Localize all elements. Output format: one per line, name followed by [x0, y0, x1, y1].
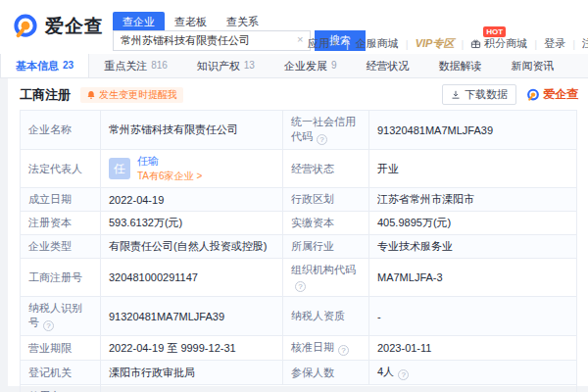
table-row: 纳税人识别号?91320481MA7MLJFA39纳税人资质- [21, 297, 577, 336]
help-icon[interactable]: ? [317, 134, 327, 145]
tab-企业发展[interactable]: 企业发展9 [270, 54, 352, 77]
field-value: 2022-04-19 [101, 188, 283, 212]
nav-separator: | [572, 38, 575, 50]
field-label: 经营状态 [283, 150, 369, 188]
nav-separator: | [534, 38, 537, 50]
field-value: 江苏省常州市溧阳市 [369, 188, 577, 212]
field-label: 企业名称 [21, 111, 101, 150]
table-row: 登记机关溧阳市行政审批局参保人数4人? [21, 361, 577, 385]
field-label: 登记机关 [21, 361, 101, 385]
search-tab-company[interactable]: 查企业 [113, 12, 165, 32]
avatar[interactable]: 任 [109, 158, 130, 179]
field-label: 核准日期? [283, 336, 369, 361]
aiqicha-logo-icon [12, 13, 39, 40]
field-label: 组织机构代码? [283, 259, 369, 297]
download-icon [451, 90, 461, 100]
main-content: 工商注册 发生变更时提醒我 下载数据 爱企查 企业名称常州苏镭科技 [8, 78, 588, 386]
field-value: 溧阳市行政审批局 [101, 361, 283, 385]
search-type-tabs: 查企业 查老板 查关系 [113, 12, 269, 32]
table-row: 曾用名- [21, 385, 577, 392]
tab-label: 知识产权 [197, 54, 240, 77]
help-icon[interactable]: ? [398, 369, 409, 380]
field-label: 企业类型 [21, 235, 101, 259]
nav-register[interactable]: 注册 [582, 36, 588, 51]
search-input[interactable] [113, 30, 311, 51]
aiqicha-logo-text: 爱企查 [45, 14, 104, 39]
field-label: 纳税人资质 [283, 297, 369, 336]
nav-vip-zone[interactable]: VIP专区 [416, 36, 455, 51]
aiqicha-logo[interactable]: 爱企查 [12, 13, 104, 40]
field-value: 专业技术服务业 [369, 235, 577, 259]
field-value: - [369, 297, 577, 336]
tab-新闻资讯[interactable]: 新闻资讯 [497, 54, 569, 77]
hot-badge: HOT [483, 26, 506, 37]
legal-rep-name-link[interactable]: 任瑜 [137, 154, 202, 169]
tab-经营状况[interactable]: 经营状况 [352, 54, 424, 77]
field-value: 有限责任公司(自然人投资或控股) [101, 235, 283, 259]
nav-points-mall[interactable]: 积分商城 HOT [470, 36, 527, 51]
tab-count: 23 [63, 54, 74, 77]
tab-count: 816 [151, 54, 168, 77]
tab-label: 经营状况 [367, 54, 410, 77]
gift-icon [470, 38, 481, 49]
field-label: 法定代表人 [21, 150, 101, 188]
table-row: 法定代表人任任瑜TA有6家企业 >经营状态开业 [21, 150, 577, 188]
aiqicha-watermark-icon [526, 88, 540, 102]
field-value: 91320481MA7MLJFA39 [369, 111, 577, 150]
field-label: 曾用名 [21, 385, 101, 392]
field-label: 工商注册号 [21, 259, 101, 297]
download-data-button[interactable]: 下载数据 [442, 84, 516, 105]
help-icon[interactable]: ? [295, 281, 306, 292]
nav-login[interactable]: 登录 [544, 36, 565, 51]
search-tab-relation[interactable]: 查关系 [217, 12, 269, 32]
search-tab-boss[interactable]: 查老板 [165, 12, 217, 32]
nav-apps[interactable]: 应用▼ [308, 36, 339, 51]
tab-知识产权[interactable]: 知识产权13 [182, 54, 270, 77]
tab-重点关注[interactable]: 重点关注816 [89, 54, 182, 77]
aiqicha-watermark-logo[interactable]: 爱企查 [526, 86, 578, 103]
tab-label: 重点关注 [104, 54, 147, 77]
tab-count: 13 [244, 54, 255, 77]
legal-rep-companies-link[interactable]: TA有6家企业 > [137, 170, 202, 183]
section-header-right: 下载数据 爱企查 [442, 84, 578, 105]
field-label: 统一社会信用代码? [283, 111, 369, 150]
help-icon[interactable]: ? [43, 320, 54, 331]
field-value: 91320481MA7MLJFA39 [101, 297, 283, 336]
table-row: 成立日期2022-04-19行政区划江苏省常州市溧阳市 [21, 188, 577, 212]
table-row: 注册资本593.6132万(元)实缴资本405.9895万(元) [21, 212, 577, 235]
registration-table: 企业名称常州苏镭科技有限责任公司统一社会信用代码?91320481MA7MLJF… [20, 110, 577, 392]
field-value: 593.6132万(元) [101, 212, 283, 235]
section-title: 工商注册 [20, 86, 71, 104]
field-value: 开业 [369, 150, 577, 188]
field-value: MA7MLJFA-3 [369, 259, 577, 297]
section-header: 工商注册 发生变更时提醒我 下载数据 爱企查 [8, 78, 588, 104]
table-row: 企业名称常州苏镭科技有限责任公司统一社会信用代码?91320481MA7MLJF… [21, 111, 577, 150]
field-value: 4人? [369, 361, 577, 385]
change-alert-button[interactable]: 发生变更时提醒我 [80, 87, 183, 103]
bell-icon [86, 90, 96, 100]
tab-label: 新闻资讯 [512, 54, 555, 77]
content-tabbar: 基本信息23重点关注816知识产权13企业发展9经营状况数据解读新闻资讯 [0, 54, 588, 78]
tab-label: 基本信息 [16, 54, 59, 77]
field-value: 405.9895万(元) [369, 212, 577, 235]
tab-count: 9 [331, 54, 337, 77]
table-row: 营业期限2022-04-19 至 9999-12-31核准日期?2023-01-… [21, 336, 577, 361]
field-label: 行政区划 [283, 188, 369, 212]
tab-基本信息[interactable]: 基本信息23 [0, 54, 89, 77]
table-row: 企业类型有限责任公司(自然人投资或控股)所属行业专业技术服务业 [21, 235, 577, 259]
nav-separator: | [346, 38, 349, 50]
clear-icon[interactable]: × [297, 33, 303, 45]
top-header: 爱企查 查企业 查老板 查关系 × 搜索 应用▼ | 企服商城 | VIP专区 … [0, 0, 588, 54]
nav-services-mall[interactable]: 企服商城 [356, 36, 399, 51]
tab-label: 企业发展 [284, 54, 327, 77]
tab-数据解读[interactable]: 数据解读 [424, 54, 497, 77]
field-value: 320481000291147 [101, 259, 283, 297]
top-nav: 应用▼ | 企服商城 | VIP专区 | 积分商城 HOT | 登录 | 注册 [308, 36, 588, 51]
nav-separator: | [406, 38, 409, 50]
field-value: 常州苏镭科技有限责任公司 [101, 111, 283, 150]
field-label: 参保人数 [283, 361, 369, 385]
field-label: 实缴资本 [283, 212, 369, 235]
help-icon[interactable]: ? [338, 345, 349, 356]
table-row: 工商注册号320481000291147组织机构代码?MA7MLJFA-3 [21, 259, 577, 297]
field-value: 2022-04-19 至 9999-12-31 [101, 336, 283, 361]
